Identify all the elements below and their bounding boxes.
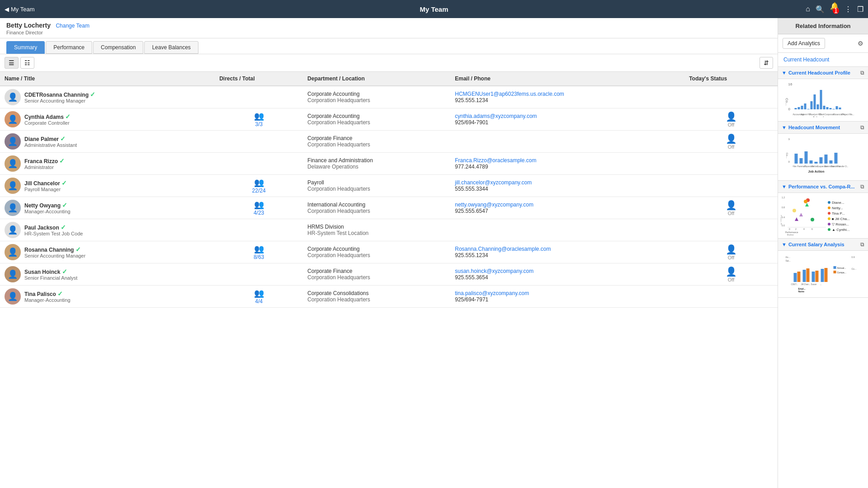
email-link[interactable]: tina.palisco@xyzcompany.com bbox=[455, 290, 680, 296]
dept-cell: Corporate Finance Corporation Headquarte… bbox=[307, 268, 446, 281]
svg-text:6: 6 bbox=[811, 228, 813, 230]
employee-name[interactable]: Tina Palisco ✓ bbox=[24, 290, 71, 297]
home-icon[interactable]: ⌂ bbox=[806, 5, 810, 13]
add-analytics-button[interactable]: Add Analytics bbox=[783, 38, 825, 49]
svg-rect-9 bbox=[814, 94, 816, 109]
status-label: Off bbox=[728, 211, 734, 216]
avatar: 👤 bbox=[5, 89, 21, 105]
table-row[interactable]: 👤 CDETRosanna Channing ✓ Senior Accounti… bbox=[0, 86, 778, 108]
status-cell bbox=[684, 153, 778, 175]
avatar: 👤 bbox=[5, 266, 21, 282]
header-name-title: Name / Title bbox=[0, 72, 215, 86]
employee-name[interactable]: Diane Palmer ✓ bbox=[24, 135, 77, 142]
list-view-button[interactable]: ☰ bbox=[5, 57, 19, 69]
svg-rect-72 bbox=[803, 270, 806, 282]
avatar: 👤 bbox=[5, 178, 21, 194]
employee-name[interactable]: Paul Jackson ✓ bbox=[24, 224, 83, 231]
copy-perf-compa-icon[interactable]: ⧉ bbox=[860, 183, 864, 190]
headcount-link-section: Current Headcount bbox=[778, 53, 868, 67]
table-row[interactable]: 👤 Paul Jackson ✓ HR-System Test Job Code… bbox=[0, 219, 778, 241]
directs-total-cell bbox=[215, 153, 303, 175]
employee-name[interactable]: Franca Rizzo ✓ bbox=[24, 157, 65, 164]
back-button[interactable]: ◀ My Team bbox=[5, 6, 35, 13]
email-link[interactable]: Rosanna.Channing@oraclesample.com bbox=[455, 246, 680, 252]
table-row[interactable]: 👤 Rosanna Channing ✓ Senior Accounting M… bbox=[0, 241, 778, 263]
tab-compensation[interactable]: Compensation bbox=[93, 41, 143, 54]
status-cell: 👤 Off bbox=[684, 131, 778, 153]
svg-rect-11 bbox=[820, 90, 822, 109]
current-headcount-link[interactable]: Current Headcount bbox=[783, 56, 829, 63]
headcount-profile-title: ▼ Current Headcount Profile bbox=[782, 70, 850, 75]
directs-total: 👥 8/63 bbox=[219, 244, 298, 260]
bell-icon[interactable]: 🔔 1 bbox=[830, 2, 839, 17]
tab-leave[interactable]: Leave Balances bbox=[144, 41, 198, 54]
headcount-profile-header[interactable]: ▼ Current Headcount Profile ⧉ bbox=[778, 67, 868, 79]
employee-name[interactable]: Rosanna Channing ✓ bbox=[24, 246, 85, 253]
directs-total-cell: 👥 22/24 bbox=[215, 175, 303, 197]
employee-name[interactable]: Susan Hoinck ✓ bbox=[24, 268, 77, 275]
phone-number: 925.555.6547 bbox=[455, 208, 680, 214]
email-link[interactable]: cynthia.adams@xyzcompany.com bbox=[455, 113, 680, 119]
table-row[interactable]: 👤 Diane Palmer ✓ Administrative Assistan… bbox=[0, 131, 778, 153]
email-link[interactable]: netty.owyang@xyzcompany.com bbox=[455, 202, 680, 208]
location-name: Corporation Headquarters bbox=[307, 208, 446, 214]
table-row[interactable]: 👤 Franca Rizzo ✓ Administrator Finance a… bbox=[0, 153, 778, 175]
email-link[interactable]: jill.chancelor@xyzcompany.com bbox=[455, 179, 680, 186]
email-link[interactable]: Franca.Rizzo@oraclesample.com bbox=[455, 157, 680, 164]
table-row[interactable]: 👤 Cynthia Adams ✓ Corporate Controller 👥… bbox=[0, 108, 778, 131]
name-title-cell: 👤 Franca Rizzo ✓ Administrator bbox=[0, 153, 215, 175]
person-status-icon: 👤 bbox=[726, 200, 737, 211]
employee-name[interactable]: Netty Owyang ✓ bbox=[24, 202, 71, 209]
svg-text:3: 3 bbox=[788, 138, 790, 141]
employee-cell: 👤 CDETRosanna Channing ✓ Senior Accounti… bbox=[5, 89, 210, 105]
department-name: Corporate Accounting bbox=[307, 246, 446, 252]
headcount-movement-header[interactable]: ▼ Headcount Movement ⧉ bbox=[778, 122, 868, 134]
directs-link[interactable]: 8/63 bbox=[219, 254, 298, 260]
dept-cell: Payroll Corporation Headquarters bbox=[307, 179, 446, 192]
table-row[interactable]: 👤 Tina Palisco ✓ Manager-Accounting 👥 4/… bbox=[0, 286, 778, 308]
name-title-cell: 👤 Paul Jackson ✓ HR-System Test Job Code bbox=[0, 219, 215, 241]
search-icon[interactable]: 🔍 bbox=[816, 5, 825, 14]
sort-button[interactable]: ⇵ bbox=[760, 57, 773, 69]
more-icon[interactable]: ⋮ bbox=[844, 5, 852, 14]
avatar: 👤 bbox=[5, 111, 21, 127]
directs-link[interactable]: 4/4 bbox=[219, 298, 298, 305]
tab-summary[interactable]: Summary bbox=[6, 41, 45, 54]
email-link[interactable]: susan.hoinck@xyzcompany.com bbox=[455, 268, 680, 274]
directs-link[interactable]: 4/23 bbox=[219, 210, 298, 216]
directs-link[interactable]: 3/3 bbox=[219, 121, 298, 127]
table-row[interactable]: 👤 Jill Chancelor ✓ Payroll Manager 👥 22/… bbox=[0, 175, 778, 197]
email-link[interactable]: HCMGENUser1@ap6023fems.us.oracle.com bbox=[455, 91, 680, 97]
employee-name[interactable]: Jill Chancelor ✓ bbox=[24, 179, 67, 187]
svg-rect-4 bbox=[798, 107, 800, 109]
dept-location-cell: Corporate Consolidations Corporation Hea… bbox=[303, 286, 450, 308]
employee-name[interactable]: CDETRosanna Channing ✓ bbox=[24, 91, 95, 98]
performance-compa-svg: 1.2 0.8 0.4 0.0 Compa-R... bbox=[781, 195, 826, 235]
copy-salary-icon[interactable]: ⧉ bbox=[860, 241, 864, 248]
table-row[interactable]: 👤 Netty Owyang ✓ Manager-Accounting 👥 4/… bbox=[0, 197, 778, 219]
directs-link[interactable]: 22/24 bbox=[219, 188, 298, 194]
svg-rect-7 bbox=[807, 109, 810, 109]
copy-headcount-profile-icon[interactable]: ⧉ bbox=[860, 70, 864, 76]
person-status-icon: 👤 bbox=[726, 266, 737, 277]
salary-analysis-header[interactable]: ▼ Current Salary Analysis ⧉ bbox=[778, 239, 868, 251]
emp-name-wrap: Netty Owyang ✓ Manager-Accounting bbox=[24, 202, 71, 214]
change-team-link[interactable]: Change Team bbox=[56, 23, 90, 29]
employee-cell: 👤 Franca Rizzo ✓ Administrator bbox=[5, 155, 210, 172]
fullscreen-icon[interactable]: ❒ bbox=[857, 5, 863, 14]
svg-text:...: ... bbox=[820, 283, 822, 286]
grid-view-button[interactable]: ☷ bbox=[20, 57, 34, 69]
gear-icon[interactable]: ⚙ bbox=[858, 40, 863, 47]
employee-title: Manager-Accounting bbox=[24, 209, 71, 214]
tab-performance[interactable]: Performance bbox=[46, 41, 92, 54]
person-status-icon: 👤 bbox=[726, 133, 737, 144]
employee-name[interactable]: Cynthia Adams ✓ bbox=[24, 113, 71, 120]
copy-headcount-movement-icon[interactable]: ⧉ bbox=[860, 124, 864, 131]
content-area: Betty Locherty Change Team Finance Direc… bbox=[0, 18, 778, 488]
email-phone-cell: cynthia.adams@xyzcompany.com 925/694-790… bbox=[450, 108, 684, 131]
performance-compa-header[interactable]: ▼ Performance vs. Compa-R... ⧉ bbox=[778, 181, 868, 193]
email-phone-cell: cynthia.adams@xyzcompany.com 925/694-790… bbox=[455, 113, 680, 126]
email-phone-cell: Franca.Rizzo@oraclesample.com 977.244.47… bbox=[450, 153, 684, 175]
svg-text:An...: An... bbox=[786, 256, 790, 258]
table-row[interactable]: 👤 Susan Hoinck ✓ Senior Financial Analys… bbox=[0, 263, 778, 286]
